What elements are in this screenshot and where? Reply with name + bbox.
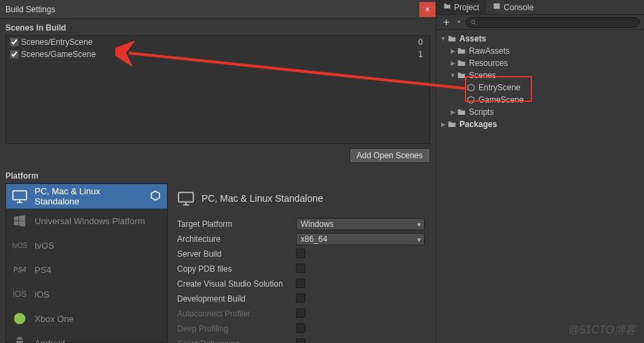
architecture-dropdown[interactable]: x86_64 <box>296 233 425 245</box>
svg-point-8 <box>472 20 475 23</box>
tree-label: Assets <box>459 34 486 43</box>
tree-label: RawAssets <box>469 46 510 56</box>
project-tree: ▼Assets ▶RawAssets ▶Resources ▼Scenes En… <box>436 30 644 133</box>
expand-icon[interactable]: ▶ <box>439 121 447 128</box>
console-icon <box>493 2 501 12</box>
add-asset-button[interactable]: + <box>440 16 452 29</box>
row-label: Copy PDB files <box>177 264 296 274</box>
tab-project[interactable]: Project <box>436 0 486 14</box>
tree-node-entryscene[interactable]: EntryScene <box>439 82 641 94</box>
row-label: Autoconnect Profiler <box>177 309 296 319</box>
platform-item-uwp[interactable]: Universal Windows Platform <box>6 209 167 233</box>
copy-pdb-checkbox[interactable] <box>296 264 305 273</box>
tree-label: Resources <box>469 58 508 68</box>
dropdown-icon[interactable]: ▼ <box>456 19 461 25</box>
expand-icon[interactable]: ▶ <box>449 48 457 54</box>
xbox-icon <box>12 310 28 327</box>
create-vs-solution-checkbox[interactable] <box>296 278 305 288</box>
expand-icon[interactable]: ▼ <box>449 72 457 79</box>
windows-icon <box>12 213 28 229</box>
ios-icon: iOS <box>12 286 28 302</box>
tree-node-scripts[interactable]: ▶Scripts <box>439 106 641 118</box>
android-icon <box>12 335 28 343</box>
row-label: Deep Profiling <box>177 324 296 333</box>
tree-label: Packages <box>459 120 497 129</box>
ps4-icon: PS4 <box>12 261 28 278</box>
tree-label: GameScene <box>478 95 524 105</box>
expand-icon[interactable]: ▶ <box>449 109 457 115</box>
tree-label: EntryScene <box>478 83 520 92</box>
target-platform-dropdown[interactable]: Windows <box>296 218 425 230</box>
svg-line-9 <box>475 23 476 24</box>
monitor-icon <box>177 189 195 207</box>
tree-node-rawassets[interactable]: ▶RawAssets <box>439 45 641 57</box>
platform-item-tvos[interactable]: tvOS tvOS <box>6 233 167 257</box>
unity-logo-icon <box>149 189 162 204</box>
tab-label: Console <box>504 3 533 12</box>
row-label: Create Visual Studio Solution <box>177 279 296 289</box>
platform-item-xbox[interactable]: Xbox One <box>6 306 167 331</box>
platform-label: iOS <box>35 289 162 300</box>
tab-console[interactable]: Console <box>486 0 540 14</box>
window-title-bar: Build Settings × <box>0 0 436 19</box>
row-label: Script Debugging <box>177 339 296 343</box>
unity-scene-icon <box>466 95 476 105</box>
folder-icon <box>447 34 457 43</box>
tree-label: Scripts <box>469 107 494 117</box>
svg-point-3 <box>14 313 26 325</box>
platform-item-android[interactable]: Android <box>6 331 167 343</box>
tree-node-scenes[interactable]: ▼Scenes <box>439 69 641 82</box>
project-search-input[interactable] <box>466 17 640 28</box>
tree-node-packages[interactable]: ▶Packages <box>439 118 641 130</box>
close-button[interactable]: × <box>419 2 436 17</box>
svg-rect-0 <box>13 191 26 200</box>
development-build-checkbox[interactable] <box>296 293 305 303</box>
platform-header: Platform <box>0 167 436 183</box>
platform-item-standalone[interactable]: PC, Mac & Linux Standalone <box>6 184 167 209</box>
tree-node-resources[interactable]: ▶Resources <box>439 57 641 69</box>
svg-rect-7 <box>494 3 500 9</box>
autoconnect-profiler-checkbox <box>296 308 305 318</box>
platform-detail: PC, Mac & Linux Standalone Target Platfo… <box>172 183 430 343</box>
scene-index: 1 <box>418 50 425 59</box>
platform-list: PC, Mac & Linux Standalone Universal Win… <box>5 183 168 343</box>
scene-checkbox[interactable] <box>10 50 18 58</box>
folder-icon <box>447 120 457 129</box>
tvos-icon: tvOS <box>12 237 28 253</box>
deep-profiling-checkbox <box>296 323 305 333</box>
folder-icon <box>443 2 451 12</box>
tab-label: Project <box>454 3 479 12</box>
scene-row[interactable]: Scenes/EntryScene 0 <box>6 36 430 48</box>
detail-title: PC, Mac & Linux Standalone <box>202 193 323 204</box>
script-debugging-checkbox <box>296 338 305 344</box>
platform-label: PS4 <box>35 265 162 275</box>
scenes-header: Scenes In Build <box>0 19 436 35</box>
tree-label: Scenes <box>469 71 496 80</box>
row-label: Architecture <box>177 234 296 244</box>
folder-icon <box>457 46 466 56</box>
platform-item-ios[interactable]: iOS iOS <box>6 282 167 306</box>
scene-index: 0 <box>418 37 425 47</box>
unity-scene-icon <box>466 83 476 92</box>
expand-icon[interactable]: ▶ <box>449 60 457 67</box>
window-title: Build Settings <box>5 5 55 14</box>
panel-tabs: Project Console <box>436 0 644 15</box>
folder-icon <box>457 71 466 80</box>
scene-path: Scenes/GameScene <box>21 50 96 59</box>
tree-node-gamescene[interactable]: GameScene <box>439 94 641 106</box>
platform-item-ps4[interactable]: PS4 PS4 <box>6 257 167 282</box>
scenes-in-build-list[interactable]: Scenes/EntryScene 0 Scenes/GameScene 1 <box>5 35 430 144</box>
scene-row[interactable]: Scenes/GameScene 1 <box>6 48 430 60</box>
tree-node-assets[interactable]: ▼Assets <box>439 33 641 45</box>
platform-label: Universal Windows Platform <box>35 216 162 226</box>
folder-icon <box>457 58 466 68</box>
row-label: Server Build <box>177 249 296 259</box>
expand-icon[interactable]: ▼ <box>439 35 447 42</box>
add-open-scenes-button[interactable]: Add Open Scenes <box>349 148 430 163</box>
row-label: Development Build <box>177 294 296 304</box>
search-icon <box>470 19 477 26</box>
scene-checkbox[interactable] <box>10 38 18 46</box>
folder-icon <box>457 107 466 117</box>
server-build-checkbox[interactable] <box>296 249 305 258</box>
scene-path: Scenes/EntryScene <box>21 37 92 47</box>
